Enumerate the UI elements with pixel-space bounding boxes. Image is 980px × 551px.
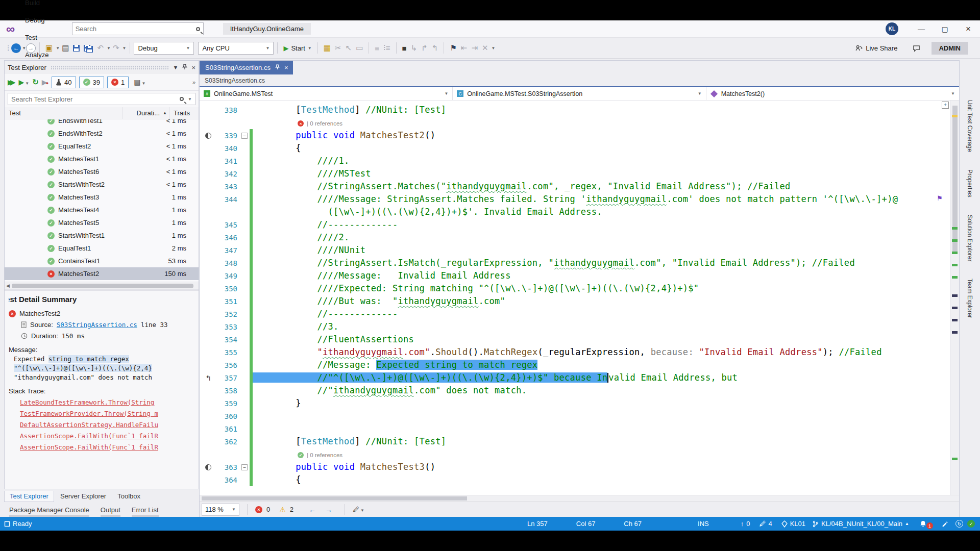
test-search-box[interactable]: ▼: [8, 93, 195, 105]
zoom-dropdown[interactable]: 118 %▼: [202, 504, 239, 516]
dock-tab-toolbox[interactable]: Toolbox: [112, 491, 145, 502]
navigate-backward-dropdown-icon[interactable]: ▼: [22, 46, 26, 51]
navigate-forward-icon[interactable]: →: [325, 506, 332, 514]
autohide-tab-output[interactable]: Output: [95, 505, 126, 517]
editor-vscrollbar[interactable]: [950, 101, 959, 495]
pending-edits[interactable]: 🖉 4: [759, 520, 772, 528]
save-all-icon[interactable]: [84, 44, 93, 53]
redo-dropdown-icon[interactable]: ▼: [122, 46, 126, 51]
account-button[interactable]: ADMIN: [932, 42, 968, 55]
toolbar-overflow-icon[interactable]: ▼: [492, 46, 496, 51]
pin-icon[interactable]: [182, 64, 187, 71]
side-tab-unit-test-coverage[interactable]: Unit Test Coverage: [966, 100, 973, 152]
bookmark-next-icon[interactable]: ⇥: [471, 43, 478, 53]
cancel-run-icon[interactable]: ▶●: [42, 78, 48, 87]
code-editor[interactable]: 337338 [TestMethod] //NUnit: [Test]×| 0 …: [200, 101, 959, 495]
tab-pin-icon[interactable]: [275, 64, 280, 71]
code-line[interactable]: 350 ////Expected: String matching "^([\w…: [200, 282, 950, 295]
pointer-icon[interactable]: ↖: [346, 43, 352, 53]
test-options-icon[interactable]: ▤▼: [134, 78, 145, 86]
code-line[interactable]: 363– public void MatchesTest3(): [200, 461, 950, 473]
code-line[interactable]: 353 //3.: [200, 320, 950, 333]
minimize-button[interactable]: —: [910, 20, 933, 38]
navigate-forward-icon[interactable]: →: [26, 43, 36, 53]
undo-dropdown-icon[interactable]: ▼: [107, 46, 111, 51]
code-line[interactable]: 364 {: [200, 473, 950, 486]
navigate-backward-icon[interactable]: ←: [11, 43, 21, 53]
test-row[interactable]: ✓EqualTest2< 1 ms: [5, 140, 199, 153]
breadcrumb-project-dropdown[interactable]: # OnlineGame.MSTest ▼: [200, 87, 453, 100]
test-explorer-title-bar[interactable]: Test Explorer ▼ ×: [5, 61, 199, 74]
vscroll-thumb[interactable]: [952, 106, 958, 254]
navigate-back-icon[interactable]: ←: [309, 506, 316, 514]
code-line[interactable]: 347 ////NUnit: [200, 244, 950, 257]
quick-launch-search[interactable]: [72, 22, 204, 35]
panel-menu-icon[interactable]: ▼: [173, 64, 179, 70]
stack-frame-link[interactable]: TestFrameworkProvider.Throw(String m: [20, 410, 199, 417]
search-input[interactable]: [76, 25, 196, 33]
code-line[interactable]: ↰357 //"^([\w\.\-]+)@([\w\-]+)((\.(\w){2…: [200, 371, 950, 384]
code-line[interactable]: 341 ////1.: [200, 155, 950, 167]
breadcrumb-method-dropdown[interactable]: MatchesTest2() ▼: [706, 87, 959, 100]
total-tests-badge[interactable]: 40: [52, 77, 76, 88]
stop-icon[interactable]: ■: [402, 44, 407, 53]
outline-icon[interactable]: ⁝≡: [383, 43, 390, 53]
configuration-dropdown[interactable]: Debug▼: [134, 42, 194, 55]
test-row[interactable]: ✓StartsWithTest2< 1 ms: [5, 178, 199, 191]
test-row[interactable]: ✓EndsWithTest2< 1 ms: [5, 127, 199, 140]
code-line[interactable]: ✓| 0 references: [200, 448, 950, 461]
column-test[interactable]: Test: [5, 109, 122, 117]
warning-count[interactable]: 2: [290, 506, 293, 513]
code-line[interactable]: 348 //StringAssert.IsMatch(_regularExpre…: [200, 257, 950, 269]
test-row[interactable]: ✓StartsWithTest11 ms: [5, 229, 199, 242]
test-row[interactable]: ✓MatchesTest1< 1 ms: [5, 153, 199, 165]
code-line[interactable]: 361: [200, 422, 950, 435]
incoming-commits[interactable]: ↑ 0: [741, 520, 750, 528]
run-all-tests-icon[interactable]: ▶▶: [8, 78, 16, 87]
comment-icon[interactable]: ▭: [356, 43, 363, 53]
step-out-icon[interactable]: ↰: [432, 43, 438, 53]
autohide-tab-error-list[interactable]: Error List: [127, 505, 164, 517]
codelens-references[interactable]: ×| 0 references: [253, 117, 342, 130]
bookmark-prev-icon[interactable]: ⇤: [461, 43, 468, 53]
code-line[interactable]: 355 "ithandyguygmail.com".Should().Match…: [200, 346, 950, 359]
codelens-references[interactable]: ✓| 0 references: [253, 449, 342, 462]
test-row[interactable]: ×MatchesTest2150 ms: [5, 267, 199, 280]
dock-tab-server-explorer[interactable]: Server Explorer: [55, 491, 111, 502]
file-health-indicator[interactable]: S03StringAssertion.cs: [200, 74, 959, 87]
sync-status-icon[interactable]: ↻: [955, 520, 963, 528]
hscroll-thumb[interactable]: [12, 284, 193, 288]
code-line[interactable]: ×| 0 references: [200, 116, 950, 129]
error-count[interactable]: 0: [266, 506, 270, 513]
failed-tests-badge[interactable]: × 1: [107, 77, 129, 88]
dock-tab-test-explorer[interactable]: Test Explorer: [4, 491, 54, 502]
code-cleanup-icon[interactable]: 🖉▼: [353, 506, 364, 513]
code-line[interactable]: 360: [200, 410, 950, 422]
tab-close-icon[interactable]: ×: [284, 64, 288, 71]
code-line[interactable]: 356 //Message: Expected string to match …: [200, 359, 950, 371]
platform-dropdown[interactable]: Any CPU▼: [198, 42, 274, 55]
repeat-last-run-icon[interactable]: ↻: [32, 78, 39, 87]
new-project-icon[interactable]: ▣: [45, 43, 53, 53]
fold-collapse-icon[interactable]: –: [241, 133, 248, 139]
close-button[interactable]: ×: [957, 20, 980, 38]
stack-frame-link[interactable]: AssertionScope.FailWith(Func`1 failR: [20, 443, 199, 451]
notifications-button[interactable]: 1: [919, 518, 933, 529]
code-line[interactable]: 359 }: [200, 397, 950, 410]
step-over-icon[interactable]: ↱: [421, 43, 428, 53]
code-line[interactable]: 358 //"ithandyguygmail.com" does not mat…: [200, 384, 950, 397]
cut-icon[interactable]: ✂: [335, 43, 341, 53]
live-share-button[interactable]: Live Share: [855, 44, 897, 52]
list-icon[interactable]: ≡: [375, 44, 379, 53]
package-icon[interactable]: ▦: [324, 43, 331, 53]
code-line[interactable]: 346 ////2.: [200, 231, 950, 244]
test-row[interactable]: ✓MatchesTest41 ms: [5, 204, 199, 216]
passed-tests-badge[interactable]: ✓ 39: [79, 77, 104, 88]
code-line[interactable]: 349 ////Message: Invalid Email Address: [200, 269, 950, 282]
branch-picker[interactable]: KL/04B_NUnit_KL/00_Main ▲: [813, 520, 909, 528]
bookmark-flag-icon[interactable]: ⚑: [450, 43, 456, 53]
code-line[interactable]: 354 //FluentAssertions: [200, 333, 950, 346]
code-line[interactable]: 345 //-------------: [200, 218, 950, 231]
stack-frame-link[interactable]: AssertionScope.FailWith(Func`1 failR: [20, 432, 199, 440]
code-line[interactable]: ([\w\-]+)((\.(\w){2,4})+)$'. Invalid Ema…: [200, 206, 950, 218]
